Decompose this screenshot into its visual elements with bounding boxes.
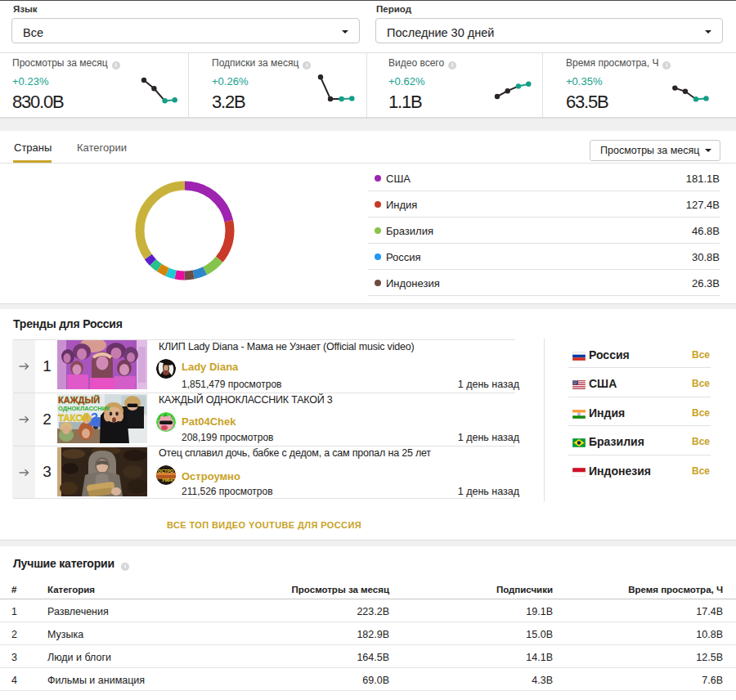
svg-text:ОСТРО: ОСТРО [158, 469, 174, 473]
svg-text:ТАКОЙ: ТАКОЙ [58, 413, 90, 423]
svg-text:УМНО: УМНО [162, 478, 176, 482]
svg-text:ОДНОКЛАССНИК: ОДНОКЛАССНИК [58, 405, 110, 412]
svg-text:3: 3 [91, 411, 98, 425]
svg-text:КАЖДЫЙ: КАЖДЫЙ [58, 395, 100, 405]
